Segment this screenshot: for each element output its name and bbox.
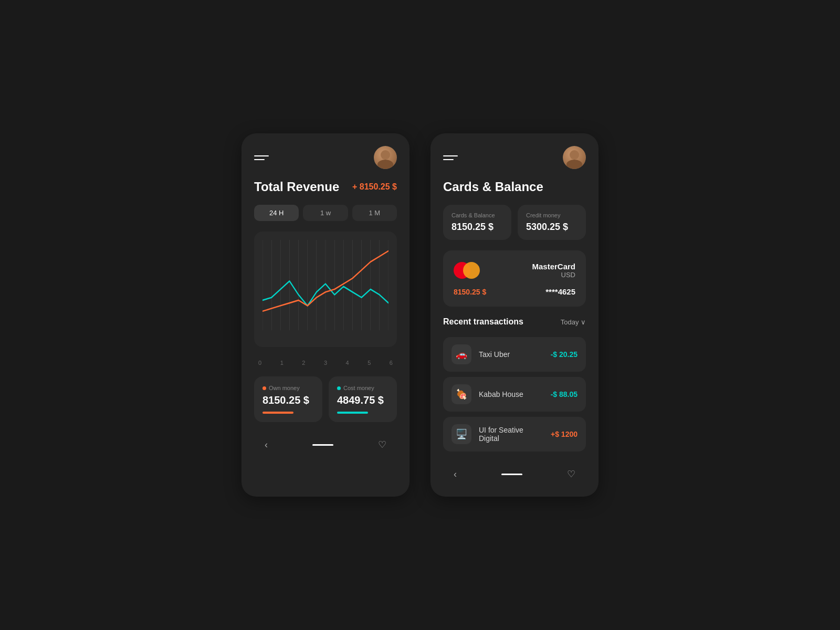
tx-name-1: Kabab House	[479, 390, 543, 398]
tx-amount-0: -$ 20.25	[551, 350, 578, 359]
own-money-value: 8150.25 $	[262, 394, 314, 406]
mc-number: ****4625	[545, 287, 575, 296]
heart-icon-right[interactable]: ♡	[567, 468, 575, 480]
transaction-item-1: 🍖 Kabab House -$ 88.05	[443, 377, 586, 412]
mastercard-logo	[454, 261, 480, 280]
transaction-list: 🚗 Taxi Uber -$ 20.25 🍖 Kabab House -$ 88…	[443, 337, 586, 452]
transaction-item-2: 🖥️ UI for Seative Digital +$ 1200	[443, 417, 586, 452]
chart-labels: 0 1 2 3 4 5 6	[254, 358, 397, 366]
mastercard-section: MasterCard USD 8150.25 $ ****4625	[443, 250, 586, 307]
mc-top-row: MasterCard USD	[454, 261, 575, 280]
cost-money-card: Cost money 4849.75 $	[329, 376, 397, 422]
mc-currency: USD	[488, 271, 575, 279]
chart-label-6: 6	[390, 360, 393, 366]
chart-label-5: 5	[368, 360, 371, 366]
cost-money-value: 4849.75 $	[337, 394, 388, 406]
mc-info: MasterCard USD	[488, 262, 575, 279]
tx-amount-1: -$ 88.05	[551, 390, 578, 398]
page-title: Total Revenue	[254, 180, 339, 194]
heart-icon-left[interactable]: ♡	[378, 439, 386, 450]
revenue-amount: + 8150.25 $	[352, 182, 397, 192]
own-money-card: Own money 8150.25 $	[254, 376, 322, 422]
tx-name-2: UI for Seative Digital	[479, 426, 543, 443]
back-icon-right[interactable]: ‹	[454, 469, 457, 480]
chart-area	[254, 232, 397, 347]
filter-24h[interactable]: 24 H	[254, 205, 299, 221]
chart-label-3: 3	[324, 360, 327, 366]
mc-bottom: 8150.25 $ ****4625	[454, 287, 575, 296]
mc-name: MasterCard	[488, 262, 575, 271]
cards-balance-label: Cards & Balance	[452, 212, 503, 218]
mc-card-inner: MasterCard USD 8150.25 $ ****4625	[454, 261, 575, 296]
left-bottom-nav: ‹ ♡	[254, 435, 397, 455]
mc-balance: 8150.25 $	[454, 288, 486, 296]
design-icon: 🖥️	[452, 424, 471, 444]
credit-money-stat: Credit money 5300.25 $	[518, 205, 586, 240]
nav-dash-left	[312, 444, 333, 446]
mc-orange-circle	[463, 262, 480, 279]
credit-money-label: Credit money	[526, 212, 578, 218]
tx-name-0: Taxi Uber	[479, 350, 543, 359]
today-label[interactable]: Today ∨	[561, 318, 586, 326]
cost-money-bar	[337, 412, 368, 414]
cost-money-label: Cost money	[337, 385, 388, 391]
transactions-title: Recent transactions	[443, 317, 523, 327]
credit-money-value: 5300.25 $	[526, 222, 578, 233]
chart-label-4: 4	[346, 360, 349, 366]
left-header	[254, 146, 397, 169]
chart-label-0: 0	[258, 360, 261, 366]
menu-icon[interactable]	[254, 155, 269, 160]
right-card: Cards & Balance Cards & Balance 8150.25 …	[430, 133, 598, 497]
filter-1w[interactable]: 1 w	[303, 205, 348, 221]
stats-row: Own money 8150.25 $ Cost money 4849.75 $	[254, 376, 397, 422]
right-header	[443, 146, 586, 169]
nav-dash-right	[501, 474, 522, 475]
time-filters: 24 H 1 w 1 M	[254, 205, 397, 221]
own-money-dot	[262, 386, 266, 390]
chart-label-2: 2	[302, 360, 305, 366]
avatar[interactable]	[374, 146, 397, 169]
cards-balance-stat: Cards & Balance 8150.25 $	[443, 205, 511, 240]
transaction-item-0: 🚗 Taxi Uber -$ 20.25	[443, 337, 586, 372]
title-row: Total Revenue + 8150.25 $	[254, 180, 397, 194]
avatar-right[interactable]	[563, 146, 586, 169]
own-money-bar	[262, 412, 293, 414]
menu-icon-right[interactable]	[443, 155, 458, 160]
back-icon-left[interactable]: ‹	[265, 439, 268, 450]
left-card: Total Revenue + 8150.25 $ 24 H 1 w 1 M	[242, 133, 410, 497]
right-bottom-nav: ‹ ♡	[443, 464, 586, 484]
balance-stats: Cards & Balance 8150.25 $ Credit money 5…	[443, 205, 586, 240]
tx-amount-2: +$ 1200	[551, 430, 578, 438]
app-container: Total Revenue + 8150.25 $ 24 H 1 w 1 M	[220, 112, 620, 518]
chart-svg	[262, 240, 388, 339]
filter-1m[interactable]: 1 M	[352, 205, 397, 221]
food-icon: 🍖	[452, 384, 471, 404]
transactions-header: Recent transactions Today ∨	[443, 317, 586, 327]
taxi-icon: 🚗	[452, 344, 471, 364]
cost-money-dot	[337, 386, 341, 390]
cards-balance-value: 8150.25 $	[452, 222, 503, 233]
chart-label-1: 1	[280, 360, 284, 366]
right-title-row: Cards & Balance	[443, 180, 586, 194]
right-page-title: Cards & Balance	[443, 180, 543, 194]
own-money-label: Own money	[262, 385, 314, 391]
